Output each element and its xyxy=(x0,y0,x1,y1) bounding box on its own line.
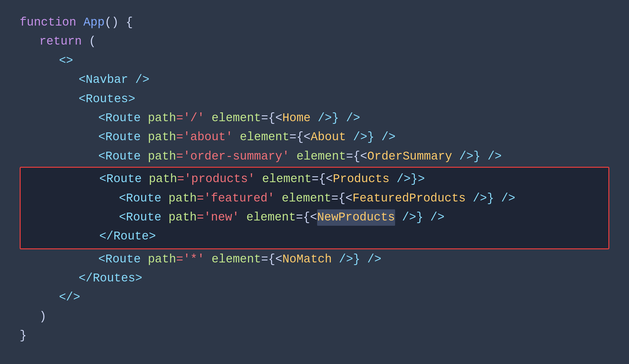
component-featuredproducts: FeaturedProducts xyxy=(353,190,466,207)
route-close-3: />} /> xyxy=(452,148,502,165)
attr-elem-1: element xyxy=(212,110,261,126)
code-editor: function App() { return ( <> <Navbar /> … xyxy=(0,0,629,359)
attr-val-new: ='new' xyxy=(197,209,246,226)
route-close-1: />} /> xyxy=(311,110,360,126)
fragment-close: </> xyxy=(59,289,80,306)
attr-elem-nomatch: element xyxy=(212,251,261,268)
component-nomatch: NoMatch xyxy=(282,251,332,268)
component-newproducts: NewProducts xyxy=(317,209,395,226)
attr-elem-products: element xyxy=(262,171,312,187)
code-line-5: <Routes> xyxy=(20,90,609,109)
route-close-nomatch: />} /> xyxy=(332,251,381,268)
route-tag-3: <Route xyxy=(98,148,148,165)
code-line-fragment-close: </> xyxy=(20,288,609,307)
attr-path-3: path xyxy=(148,148,176,165)
code-line-featured: <Route path='featured' element={<Feature… xyxy=(21,189,608,208)
elem-brace-nomatch: ={< xyxy=(261,251,282,268)
route-tag-products: <Route xyxy=(99,171,149,187)
brace-close: } xyxy=(20,328,27,344)
attr-path-nomatch: path xyxy=(148,251,176,268)
paren-open: () { xyxy=(105,14,133,31)
route-tag-featured: <Route xyxy=(119,190,168,207)
elem-brace-featured: ={< xyxy=(331,190,353,207)
code-line-1: function App() { xyxy=(20,13,609,32)
route-close-tag: </Route> xyxy=(99,228,156,245)
attr-path-products: path xyxy=(149,171,177,187)
attr-val-2: ='about' xyxy=(176,129,240,145)
attr-val-3: ='order-summary' xyxy=(176,148,296,165)
code-line-4: <Navbar /> xyxy=(20,70,609,89)
route-tag-nomatch: <Route xyxy=(98,251,148,268)
attr-path-new: path xyxy=(168,209,197,226)
code-line-products-parent: <Route path='products' element={<Product… xyxy=(21,170,608,189)
route-tag-new: <Route xyxy=(119,209,168,226)
return-paren: ( xyxy=(82,33,96,50)
fragment-open: <> xyxy=(59,53,73,69)
elem-brace-2: ={< xyxy=(289,129,311,145)
attr-val-1: ='/' xyxy=(176,110,212,126)
code-line-2: return ( xyxy=(20,32,609,51)
function-app: App xyxy=(83,14,105,31)
route-tag-2: <Route xyxy=(98,129,148,145)
attr-elem-3: element xyxy=(296,148,346,165)
code-line-paren-close: ) xyxy=(20,307,609,326)
code-line-7: <Route path='about' element={<About />} … xyxy=(20,128,609,147)
route-products-close: />}> xyxy=(390,171,425,187)
route-new-close: />} /> xyxy=(395,209,445,226)
component-ordersummary: OrderSummary xyxy=(367,148,452,165)
code-line-8: <Route path='order-summary' element={<Or… xyxy=(20,147,609,166)
highlighted-routes-section: <Route path='products' element={<Product… xyxy=(20,167,609,249)
component-home: Home xyxy=(282,110,311,126)
attr-elem-2: element xyxy=(240,129,289,145)
component-products: Products xyxy=(333,171,390,187)
code-line-new: <Route path='new' element={<NewProducts … xyxy=(21,208,608,227)
route-tag-1: <Route xyxy=(98,110,148,126)
elem-brace-1: ={< xyxy=(261,110,282,126)
attr-path-1: path xyxy=(148,110,176,126)
component-about: About xyxy=(311,129,346,145)
code-line-routes-close: </Routes> xyxy=(20,269,609,288)
attr-val-featured: ='featured' xyxy=(197,190,282,207)
attr-elem-featured: element xyxy=(282,190,331,207)
attr-path-featured: path xyxy=(168,190,197,207)
routes-close-tag: </Routes> xyxy=(79,270,142,287)
route-featured-close: />} /> xyxy=(466,190,515,207)
code-line-nomatch: <Route path='*' element={<NoMatch />} /> xyxy=(20,250,609,269)
code-line-6: <Route path='/' element={<Home />} /> xyxy=(20,109,609,128)
attr-elem-new: element xyxy=(246,209,296,226)
elem-brace-3: ={< xyxy=(346,148,367,165)
navbar-tag: <Navbar /> xyxy=(79,72,149,88)
keyword-function: function xyxy=(20,14,83,31)
code-line-route-close: </Route> xyxy=(21,227,608,246)
code-line-3: <> xyxy=(20,51,609,70)
keyword-return: return xyxy=(39,33,82,50)
elem-brace-products: ={< xyxy=(312,171,333,187)
route-close-2: />} /> xyxy=(346,129,395,145)
code-line-brace-close: } xyxy=(20,326,609,345)
attr-val-nomatch: ='*' xyxy=(176,251,212,268)
attr-val-products: ='products' xyxy=(177,171,262,187)
attr-path-2: path xyxy=(148,129,176,145)
elem-brace-new: ={< xyxy=(296,209,317,226)
routes-open: <Routes> xyxy=(79,91,135,107)
paren-close: ) xyxy=(39,309,47,325)
